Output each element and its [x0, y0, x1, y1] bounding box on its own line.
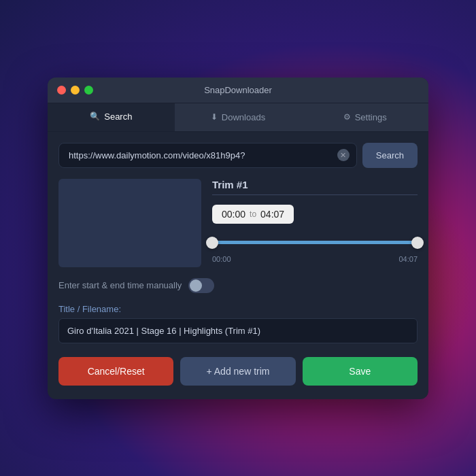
settings-tab-icon: ⚙	[343, 112, 351, 122]
save-button[interactable]: Save	[303, 357, 418, 386]
filename-input[interactable]	[58, 318, 418, 343]
toggle-knob	[190, 279, 202, 292]
app-window: SnapDownloader 🔍 Search ⬇ Downloads ⚙ Se…	[48, 78, 428, 399]
cancel-reset-button[interactable]: Cancel/Reset	[58, 357, 173, 386]
url-input-wrap: ✕	[58, 143, 357, 168]
time-start: 00:00	[222, 209, 245, 220]
slider-label-start: 00:00	[212, 255, 231, 263]
trim-slider[interactable]	[212, 233, 418, 252]
downloads-tab-icon: ⬇	[211, 112, 218, 122]
titlebar: SnapDownloader	[48, 78, 428, 103]
manual-time-toggle[interactable]	[188, 278, 214, 293]
slider-labels: 00:00 04:07	[212, 255, 418, 263]
clear-icon: ✕	[340, 151, 346, 160]
slider-label-end: 04:07	[398, 255, 418, 263]
tab-downloads[interactable]: ⬇ Downloads	[175, 103, 302, 131]
slider-handle-right[interactable]	[411, 237, 424, 249]
time-end: 04:07	[260, 209, 284, 220]
tab-downloads-label: Downloads	[222, 112, 265, 122]
trim-divider	[212, 194, 418, 195]
tab-settings[interactable]: ⚙ Settings	[301, 103, 428, 131]
search-tab-icon: 🔍	[90, 112, 100, 121]
media-section: Trim #1 00:00 to 04:07 00:00 04:07	[58, 179, 418, 267]
slider-handle-left[interactable]	[206, 237, 218, 249]
slider-fill	[212, 241, 418, 244]
minimize-button[interactable]	[71, 86, 80, 95]
add-trim-button[interactable]: + Add new trim	[180, 357, 295, 386]
trim-title: Trim #1	[212, 179, 418, 190]
maximize-button[interactable]	[84, 86, 93, 95]
tab-settings-label: Settings	[355, 112, 387, 122]
tab-bar: 🔍 Search ⬇ Downloads ⚙ Settings	[48, 103, 428, 132]
close-button[interactable]	[57, 86, 66, 95]
url-input[interactable]	[66, 143, 337, 167]
filename-section: Title / Filename:	[58, 304, 418, 343]
main-content: ✕ Search Trim #1 00:00 to 04:07	[48, 132, 428, 399]
manual-time-row: Enter start & end time manually	[58, 278, 418, 293]
window-controls	[57, 86, 93, 95]
action-row: Cancel/Reset + Add new trim Save	[58, 357, 418, 388]
manual-label: Enter start & end time manually	[58, 280, 182, 290]
time-separator: to	[250, 209, 256, 219]
window-title: SnapDownloader	[204, 85, 272, 95]
tab-search[interactable]: 🔍 Search	[48, 103, 175, 131]
trim-section: Trim #1 00:00 to 04:07 00:00 04:07	[212, 179, 418, 267]
search-button[interactable]: Search	[362, 143, 418, 168]
filename-label: Title / Filename:	[58, 304, 418, 314]
tab-search-label: Search	[104, 112, 132, 122]
url-clear-button[interactable]: ✕	[337, 149, 350, 161]
time-display: 00:00 to 04:07	[212, 205, 294, 224]
video-thumbnail	[58, 179, 201, 267]
url-row: ✕ Search	[58, 143, 418, 168]
